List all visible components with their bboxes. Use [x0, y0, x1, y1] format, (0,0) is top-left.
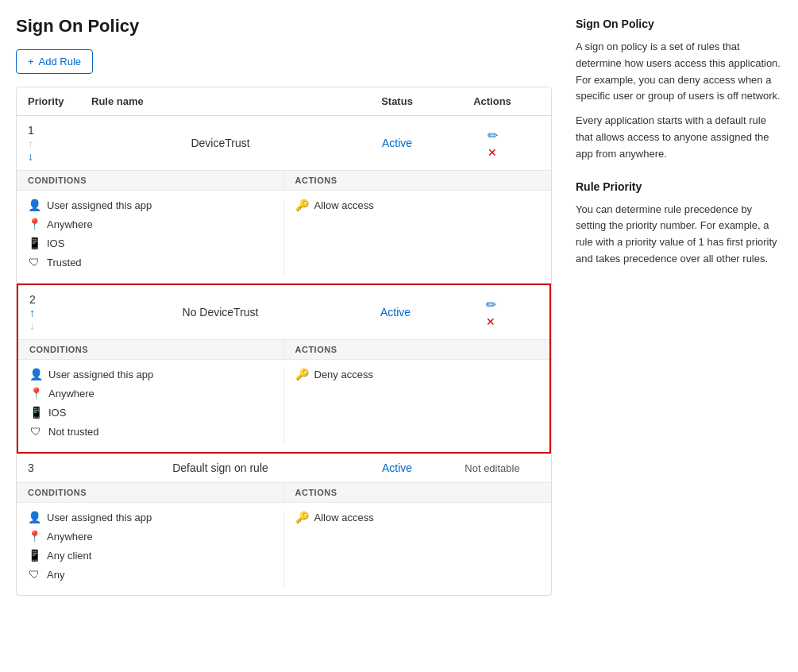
actions-col-3: 🔑 Allow access — [284, 511, 541, 587]
actions-col-1: 🔑 Allow access — [284, 199, 541, 275]
condition-text-1-4: Trusted — [47, 257, 82, 268]
priority-cell-1: 1 ↑ ↓ — [28, 124, 91, 162]
sidebar-section-1: Sign On Policy A sign on policy is a set… — [576, 16, 782, 163]
sidebar: Sign On Policy A sign on policy is a set… — [576, 16, 782, 596]
actions-label-1: ACTIONS — [284, 171, 552, 190]
rule-row-2: 2 ↑ ↓ No DeviceTrust Active ✏ ✕ CONDITIO… — [17, 284, 551, 454]
details-row-3: 👤 User assigned this app 📍 Anywhere 📱 An… — [17, 503, 551, 595]
device-icon-2: 📱 — [29, 406, 42, 419]
actions-1: ✏ ✕ — [445, 128, 540, 159]
actions-label-3: ACTIONS — [284, 483, 552, 502]
actions-2: ✏ ✕ — [443, 297, 538, 328]
add-rule-button[interactable]: + Add Rule — [16, 49, 93, 74]
rule-row-1: 1 ↑ ↓ DeviceTrust Active ✏ ✕ CONDITIONS … — [17, 116, 551, 284]
action-1-1: 🔑 Allow access — [295, 199, 541, 211]
condition-text-3-4: Any — [47, 569, 64, 581]
person-icon-3: 👤 — [28, 511, 40, 523]
sidebar-section-2: Rule Priority You can determine rule pre… — [576, 179, 782, 268]
action-text-1-1: Allow access — [314, 199, 374, 211]
location-icon-3: 📍 — [28, 530, 40, 543]
priority-cell-3: 3 — [28, 462, 91, 474]
person-icon-2: 👤 — [29, 368, 42, 380]
priority-num-1: 1 — [28, 124, 34, 137]
condition-text-3-2: Anywhere — [47, 531, 93, 543]
key-icon-2: 🔑 — [295, 368, 308, 380]
condition-text-2-2: Anywhere — [48, 388, 94, 400]
delete-icon-2[interactable]: ✕ — [486, 315, 495, 328]
shield-icon-3: 🛡 — [28, 568, 40, 581]
device-icon-3: 📱 — [28, 549, 40, 562]
action-2-1: 🔑 Deny access — [295, 368, 539, 380]
priority-num-3: 3 — [28, 462, 34, 474]
sidebar-para-1: A sign on policy is a set of rules that … — [576, 39, 782, 105]
rule-1-summary: 1 ↑ ↓ DeviceTrust Active ✏ ✕ — [17, 116, 551, 170]
conditions-actions-header-2: CONDITIONS ACTIONS — [18, 339, 549, 360]
col-priority: Priority — [28, 95, 91, 107]
add-rule-label: Add Rule — [39, 56, 81, 68]
condition-1-3: 📱 IOS — [28, 237, 272, 249]
rule-name-3: Default sign on rule — [91, 462, 349, 474]
condition-3-3: 📱 Any client — [28, 549, 272, 562]
arrow-down-2[interactable]: ↓ — [29, 320, 35, 331]
status-3: Active — [349, 462, 445, 474]
key-icon-3: 🔑 — [295, 511, 308, 523]
priority-num-2: 2 — [29, 293, 36, 306]
condition-3-4: 🛡 Any — [28, 568, 272, 581]
condition-2-1: 👤 User assigned this app — [29, 368, 272, 380]
condition-text-1-1: User assigned this app — [47, 199, 152, 211]
status-2: Active — [348, 306, 443, 319]
arrow-up-1[interactable]: ↑ — [28, 138, 33, 149]
table-header: Priority Rule name Status Actions — [17, 87, 551, 116]
delete-icon-1[interactable]: ✕ — [488, 146, 497, 159]
condition-3-2: 📍 Anywhere — [28, 530, 272, 543]
device-icon: 📱 — [28, 237, 40, 249]
condition-1-4: 🛡 Trusted — [28, 256, 272, 268]
status-1: Active — [349, 137, 445, 149]
condition-text-2-4: Not trusted — [48, 426, 99, 438]
arrow-down-1[interactable]: ↓ — [28, 151, 33, 162]
sidebar-para-2: Every application starts with a default … — [576, 113, 782, 162]
condition-text-2-3: IOS — [48, 407, 66, 419]
edit-icon-1[interactable]: ✏ — [488, 128, 498, 143]
conditions-label-2: CONDITIONS — [18, 340, 284, 359]
rule-name-1: DeviceTrust — [91, 137, 349, 149]
condition-text-1-2: Anywhere — [47, 218, 93, 230]
action-text-2-1: Deny access — [314, 369, 373, 380]
action-text-3-1: Allow access — [314, 512, 374, 523]
conditions-actions-header-3: CONDITIONS ACTIONS — [17, 482, 551, 503]
details-row-2: 👤 User assigned this app 📍 Anywhere 📱 IO… — [18, 360, 549, 452]
condition-2-2: 📍 Anywhere — [29, 387, 272, 400]
arrow-up-2[interactable]: ↑ — [29, 307, 35, 319]
condition-text-2-1: User assigned this app — [48, 369, 153, 380]
condition-3-1: 👤 User assigned this app — [28, 511, 272, 523]
col-actions: Actions — [445, 95, 540, 107]
conditions-col-3: 👤 User assigned this app 📍 Anywhere 📱 An… — [28, 511, 284, 587]
col-rule-name: Rule name — [91, 95, 349, 107]
plus-icon: + — [28, 56, 34, 68]
actions-col-2: 🔑 Deny access — [284, 368, 539, 444]
rule-name-2: No DeviceTrust — [93, 306, 348, 319]
sidebar-title-2: Rule Priority — [576, 179, 782, 195]
condition-text-1-3: IOS — [47, 238, 64, 249]
details-row-1: 👤 User assigned this app 📍 Anywhere 📱 IO… — [17, 191, 551, 283]
page-title: Sign On Policy — [16, 16, 552, 37]
action-3-1: 🔑 Allow access — [295, 511, 541, 523]
priority-cell-2: 2 ↑ ↓ — [29, 293, 93, 331]
actions-label-2: ACTIONS — [284, 340, 550, 359]
sidebar-para-3: You can determine rule precedence by set… — [576, 202, 782, 268]
condition-text-3-1: User assigned this app — [47, 512, 152, 523]
condition-1-1: 👤 User assigned this app — [28, 199, 272, 211]
rule-2-summary: 2 ↑ ↓ No DeviceTrust Active ✏ ✕ — [18, 285, 549, 339]
condition-text-3-3: Any client — [47, 550, 91, 562]
conditions-actions-header-1: CONDITIONS ACTIONS — [17, 170, 551, 191]
col-status: Status — [349, 95, 445, 107]
edit-icon-2[interactable]: ✏ — [486, 297, 496, 312]
shield-icon-2: 🛡 — [29, 425, 42, 438]
location-icon-2: 📍 — [29, 387, 42, 400]
conditions-col-1: 👤 User assigned this app 📍 Anywhere 📱 IO… — [28, 199, 284, 275]
condition-2-3: 📱 IOS — [29, 406, 272, 419]
condition-2-4: 🛡 Not trusted — [29, 425, 272, 438]
rule-3-summary: 3 Default sign on rule Active Not editab… — [17, 454, 551, 482]
location-icon: 📍 — [28, 218, 40, 230]
sidebar-title-1: Sign On Policy — [576, 16, 782, 33]
